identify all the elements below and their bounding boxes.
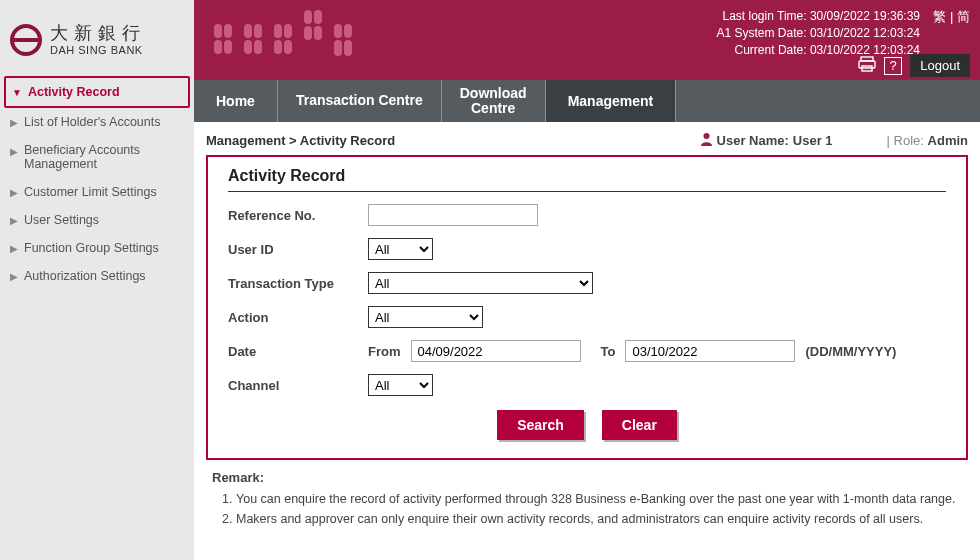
svg-rect-18	[334, 24, 342, 38]
arrow-right-icon: ▶	[10, 187, 18, 198]
sidebar-item-authorization[interactable]: ▶ Authorization Settings	[4, 262, 190, 290]
sidebar-item-customer-limit[interactable]: ▶ Customer Limit Settings	[4, 178, 190, 206]
svg-rect-6	[244, 24, 252, 38]
arrow-right-icon: ▶	[10, 215, 18, 226]
svg-rect-7	[254, 24, 262, 38]
top-info: Last login Time: 30/09/2022 19:36:39 A1 …	[717, 8, 920, 58]
remark-section: Remark: You can enquire the record of ac…	[206, 460, 968, 539]
sidebar-item-label: Authorization Settings	[24, 269, 146, 283]
arrow-right-icon: ▶	[10, 117, 18, 128]
sidebar-item-user-settings[interactable]: ▶ User Settings	[4, 206, 190, 234]
brand-logo: 大新銀行 DAH SING BANK	[0, 12, 194, 76]
svg-rect-12	[274, 40, 282, 54]
svg-rect-16	[304, 26, 312, 40]
remark-item-2: Makers and approver can only enquire the…	[236, 509, 962, 529]
nav-download-centre[interactable]: Download Centre	[442, 80, 546, 122]
search-button[interactable]: Search	[497, 410, 584, 440]
svg-rect-5	[224, 40, 232, 54]
nav-label: Transaction Centre	[296, 93, 423, 108]
from-label: From	[368, 344, 401, 359]
sidebar-item-holder-accounts[interactable]: ▶ List of Holder's Accounts	[4, 108, 190, 136]
user-name: User 1	[793, 133, 833, 148]
action-select[interactable]: All	[368, 306, 483, 328]
svg-rect-10	[274, 24, 282, 38]
sidebar-item-label: User Settings	[24, 213, 99, 227]
svg-rect-17	[314, 26, 322, 40]
topbar: Last login Time: 30/09/2022 19:36:39 A1 …	[194, 0, 980, 80]
channel-label: Channel	[228, 378, 368, 393]
date-format-hint: (DD/MM/YYYY)	[805, 344, 896, 359]
print-icon[interactable]	[858, 56, 876, 75]
clear-button[interactable]: Clear	[602, 410, 677, 440]
svg-point-27	[703, 133, 709, 139]
sidebar-item-label: Function Group Settings	[24, 241, 159, 255]
transaction-type-select[interactable]: All	[368, 272, 593, 294]
logout-button[interactable]: Logout	[910, 54, 970, 77]
sidebar-item-label: Customer Limit Settings	[24, 185, 157, 199]
arrow-right-icon: ▶	[10, 243, 18, 254]
side-nav: ▼ Activity Record ▶ List of Holder's Acc…	[0, 76, 194, 290]
navbar: Home Transaction Centre Download Centre …	[194, 80, 980, 122]
role-label: | Role: Admin	[887, 133, 968, 148]
transaction-type-label: Transaction Type	[228, 276, 368, 291]
user-icon	[700, 132, 713, 149]
sidebar-item-activity-record[interactable]: ▼ Activity Record	[4, 76, 190, 108]
content: Management > Activity Record User Name: …	[194, 122, 980, 560]
sidebar-item-function-group[interactable]: ▶ Function Group Settings	[4, 234, 190, 262]
decorative-pattern-icon	[204, 8, 384, 72]
arrow-right-icon: ▶	[10, 146, 18, 157]
to-label: To	[601, 344, 616, 359]
date-from-input[interactable]	[411, 340, 581, 362]
activity-record-form: Activity Record Reference No. User ID Al…	[206, 155, 968, 460]
help-icon[interactable]: ?	[884, 57, 902, 75]
nav-label: Download Centre	[460, 86, 527, 117]
lang-simplified[interactable]: 简	[957, 9, 970, 24]
user-id-label: User ID	[228, 242, 368, 257]
nav-transaction-centre[interactable]: Transaction Centre	[278, 80, 442, 122]
breadcrumb: Management > Activity Record	[206, 133, 395, 148]
reference-no-input[interactable]	[368, 204, 538, 226]
date-to-input[interactable]	[625, 340, 795, 362]
arrow-right-icon: ▶	[10, 271, 18, 282]
sidebar-item-beneficiary[interactable]: ▶ Beneficiary Accounts Management	[4, 136, 190, 178]
brand-en: DAH SING BANK	[50, 44, 146, 56]
lang-traditional[interactable]: 繁	[933, 9, 946, 24]
brand-cn: 大新銀行	[50, 24, 146, 44]
lang-switch: 繁 | 简	[933, 8, 970, 26]
svg-rect-19	[344, 24, 352, 38]
card-title: Activity Record	[228, 167, 946, 192]
reference-no-label: Reference No.	[228, 208, 368, 223]
remark-title: Remark:	[212, 470, 962, 485]
svg-rect-13	[284, 40, 292, 54]
svg-rect-4	[214, 40, 222, 54]
svg-rect-8	[244, 40, 252, 54]
action-label: Action	[228, 310, 368, 325]
user-name-label: User Name:	[717, 133, 789, 148]
svg-rect-3	[224, 24, 232, 38]
svg-rect-15	[314, 10, 322, 24]
user-id-select[interactable]: All	[368, 238, 433, 260]
remark-item-1: You can enquire the record of activity p…	[236, 489, 962, 509]
svg-rect-2	[214, 24, 222, 38]
nav-home[interactable]: Home	[194, 80, 278, 122]
svg-rect-9	[254, 40, 262, 54]
main: Last login Time: 30/09/2022 19:36:39 A1 …	[194, 0, 980, 560]
date-label: Date	[228, 344, 368, 359]
nav-management[interactable]: Management	[546, 80, 677, 122]
svg-rect-14	[304, 10, 312, 24]
sidebar-item-label: Activity Record	[28, 85, 120, 99]
lang-sep: |	[950, 9, 953, 24]
svg-rect-11	[284, 24, 292, 38]
svg-rect-23	[344, 42, 352, 56]
svg-rect-1	[12, 38, 40, 42]
last-login-time: Last login Time: 30/09/2022 19:36:39	[717, 8, 920, 25]
svg-rect-22	[334, 42, 342, 56]
sidebar-item-label: List of Holder's Accounts	[24, 115, 160, 129]
bank-logo-icon	[8, 24, 44, 56]
arrow-down-icon: ▼	[12, 87, 22, 98]
channel-select[interactable]: All	[368, 374, 433, 396]
sidebar-item-label: Beneficiary Accounts Management	[24, 143, 184, 171]
system-date: A1 System Date: 03/10/2022 12:03:24	[717, 25, 920, 42]
sidebar: 大新銀行 DAH SING BANK ▼ Activity Record ▶ L…	[0, 0, 194, 560]
